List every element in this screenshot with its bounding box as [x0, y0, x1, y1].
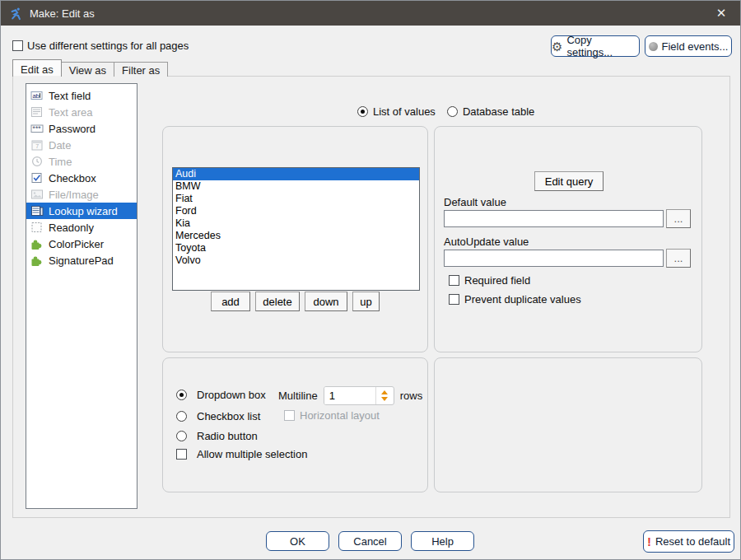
default-value-input[interactable]	[444, 210, 664, 227]
password-icon: ***	[30, 122, 44, 135]
sidebar-item-label: Checkbox	[49, 172, 96, 184]
sidebar-item-label: Text field	[49, 90, 91, 102]
titlebar: Make: Edit as ✕	[1, 1, 740, 26]
autoupdate-value-browse-button[interactable]: ...	[666, 249, 691, 268]
ok-button[interactable]: OK	[266, 531, 329, 551]
close-icon[interactable]: ✕	[702, 1, 740, 26]
ok-label: OK	[290, 535, 305, 548]
radio-button-radio[interactable]	[176, 431, 187, 441]
list-item[interactable]: Fiat	[173, 193, 419, 205]
sidebar-item-label: Time	[49, 156, 72, 168]
down-button[interactable]: down	[305, 292, 347, 311]
autoupdate-value-label: AutoUpdate value	[444, 236, 529, 248]
allow-multiple-row: Allow multiple selection	[176, 448, 307, 460]
sidebar-item-password[interactable]: *** Password	[26, 120, 137, 137]
sidebar-item-label: SignaturePad	[49, 254, 114, 267]
svg-text:7: 7	[35, 143, 39, 149]
clock-icon	[30, 155, 44, 168]
value-source-radios: List of values Database table	[357, 105, 534, 118]
checkbox-list-row: Checkbox list	[176, 410, 260, 422]
dropdown-box-row: Dropdown box	[176, 389, 266, 401]
horizontal-layout-checkbox[interactable]	[284, 410, 295, 421]
sidebar-item-time[interactable]: Time	[26, 153, 137, 170]
database-table-label: Database table	[463, 105, 534, 118]
rows-label: rows	[400, 390, 422, 402]
tab-view-as[interactable]: View as	[61, 62, 114, 77]
required-field-checkbox[interactable]	[449, 275, 459, 286]
spinner-arrows[interactable]	[375, 387, 394, 404]
sidebar-item-file-image[interactable]: File/Image	[26, 186, 137, 203]
list-item[interactable]: Audi	[173, 168, 419, 180]
sidebar-item-text-field[interactable]: ab Text field	[26, 87, 137, 104]
list-item[interactable]: Mercedes	[173, 230, 419, 242]
spinner-down-icon[interactable]	[381, 397, 388, 401]
dropdown-box-radio[interactable]	[176, 390, 187, 400]
up-button[interactable]: up	[352, 292, 380, 311]
plugin-puzzle-icon	[30, 254, 44, 267]
sidebar-item-colorpicker[interactable]: ColorPicker	[26, 236, 137, 252]
list-item[interactable]: BMW	[173, 180, 419, 193]
checkbox-icon	[30, 171, 44, 184]
sidebar-item-label: Date	[49, 139, 71, 152]
sidebar-item-text-area[interactable]: Text area	[26, 104, 137, 120]
sidebar-item-label: ColorPicker	[49, 238, 104, 250]
all-pages-checkbox[interactable]	[12, 40, 23, 51]
svg-text:***: ***	[32, 124, 41, 133]
delete-button[interactable]: delete	[255, 292, 300, 311]
prevent-duplicates-label: Prevent duplicate values	[464, 293, 581, 306]
required-field-label: Required field	[464, 274, 530, 287]
required-field-row: Required field	[449, 274, 530, 287]
list-item[interactable]: Kia	[173, 217, 419, 230]
sidebar-item-label: File/Image	[49, 189, 99, 201]
cancel-label: Cancel	[353, 535, 386, 548]
help-button[interactable]: Help	[411, 531, 474, 551]
edit-query-button[interactable]: Edit query	[534, 171, 604, 191]
gear-icon: ⚙	[552, 40, 562, 53]
multiline-setting: Multiline rows	[278, 386, 422, 405]
plugin-puzzle-icon	[30, 237, 44, 250]
sidebar-item-label: Readonly	[49, 222, 94, 234]
autoupdate-value-input[interactable]	[444, 250, 664, 267]
prevent-duplicates-row: Prevent duplicate values	[449, 293, 581, 306]
text-area-icon	[30, 105, 44, 119]
horizontal-layout-row: Horizontal layout	[284, 409, 380, 422]
list-of-values-radio[interactable]	[357, 106, 368, 117]
multiline-input[interactable]	[324, 387, 375, 404]
dropdown-box-label: Dropdown box	[197, 389, 266, 401]
sidebar-item-date[interactable]: 7 Date	[26, 137, 137, 153]
list-item[interactable]: Ford	[173, 205, 419, 217]
prevent-duplicates-checkbox[interactable]	[449, 294, 459, 305]
sidebar-item-lookup-wizard[interactable]: Lookup wizard	[26, 203, 137, 219]
tab-edit-as[interactable]: Edit as	[12, 59, 62, 77]
cancel-button[interactable]: Cancel	[338, 531, 402, 551]
app-runner-icon	[8, 6, 23, 21]
sidebar-item-label: Lookup wizard	[49, 205, 118, 217]
sidebar-item-checkbox[interactable]: Checkbox	[26, 170, 137, 186]
radio-button-row: Radio button	[176, 430, 258, 442]
sidebar-item-readonly[interactable]: Readonly	[26, 219, 137, 236]
calendar-icon: 7	[30, 138, 44, 152]
reset-to-default-button[interactable]: ! Reset to default	[643, 530, 734, 553]
window-title: Make: Edit as	[30, 7, 95, 20]
allow-multiple-checkbox[interactable]	[176, 449, 187, 460]
values-listbox[interactable]: Audi BMW Fiat Ford Kia Mercedes Toyota V…	[172, 167, 420, 291]
svg-text:ab: ab	[32, 92, 39, 100]
add-button[interactable]: add	[211, 292, 250, 311]
list-of-values-label: List of values	[373, 105, 436, 118]
multiline-spinner[interactable]	[324, 386, 394, 405]
field-events-label: Field events...	[662, 40, 729, 53]
display-groupbox	[162, 357, 428, 492]
sidebar-item-label: Password	[49, 123, 96, 135]
list-item[interactable]: Toyota	[173, 242, 419, 254]
checkbox-list-radio[interactable]	[176, 411, 187, 422]
tab-filter-as[interactable]: Filter as	[114, 62, 168, 77]
database-table-radio[interactable]	[447, 106, 458, 117]
spinner-up-icon[interactable]	[381, 390, 388, 394]
copy-settings-button[interactable]: ⚙ Copy settings...	[551, 35, 640, 57]
list-item[interactable]: Volvo	[173, 254, 419, 267]
default-value-label: Default value	[444, 196, 506, 208]
default-value-browse-button[interactable]: ...	[666, 209, 691, 228]
image-icon	[30, 188, 44, 201]
sidebar-item-signaturepad[interactable]: SignaturePad	[26, 252, 137, 268]
field-events-button[interactable]: Field events...	[645, 35, 732, 57]
